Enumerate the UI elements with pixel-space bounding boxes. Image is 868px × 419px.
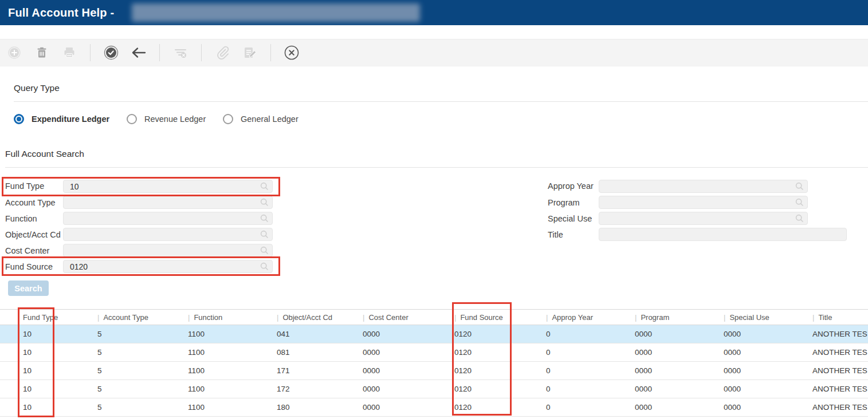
fund-type-input[interactable] — [63, 180, 273, 193]
add-button[interactable] — [7, 46, 21, 60]
col-header-program: |Program — [629, 313, 718, 322]
function-label: Function — [5, 214, 37, 223]
cell-title: ANOTHER TES — [807, 366, 868, 375]
col-header-approp-year: |Approp Year — [540, 313, 629, 322]
radio-revenue-ledger[interactable]: Revenue Ledger — [127, 114, 206, 124]
cell-title: ANOTHER TES — [807, 348, 868, 357]
close-circle-icon — [284, 45, 300, 61]
cell-fund-type: 10 — [17, 366, 92, 375]
title-input[interactable] — [599, 228, 847, 241]
cell-function: 1100 — [182, 403, 271, 412]
cell-object-acct-cd: 171 — [271, 366, 357, 375]
program-field-wrap — [599, 196, 808, 209]
edit-note-icon — [242, 45, 257, 60]
delete-button[interactable] — [35, 46, 49, 60]
cell-program: 0000 — [629, 348, 718, 357]
table-row[interactable]: 10 5 1100 081 0000 0120 0 0000 0000 ANOT… — [0, 343, 868, 362]
cost-center-input[interactable] — [63, 244, 273, 257]
cell-title: ANOTHER TES — [807, 403, 868, 412]
approp-year-field-wrap — [599, 180, 808, 193]
cost-center-label: Cost Center — [5, 246, 49, 255]
cell-fund-source: 0120 — [449, 348, 540, 357]
object-acct-cd-label: Object/Acct Cd — [5, 230, 61, 239]
col-header-function: |Function — [182, 313, 271, 322]
cell-function: 1100 — [182, 330, 271, 338]
trash-icon — [36, 46, 48, 59]
cell-fund-type: 10 — [17, 330, 92, 338]
filter-clear-icon — [173, 45, 188, 60]
toolbar — [0, 39, 868, 66]
program-input[interactable] — [599, 196, 808, 209]
function-field-wrap — [63, 212, 273, 225]
approp-year-input[interactable] — [599, 180, 808, 193]
fund-source-label: Fund Source — [5, 262, 53, 271]
attachments-button[interactable] — [215, 46, 229, 60]
cell-program: 0000 — [629, 330, 718, 338]
account-type-input[interactable] — [63, 196, 273, 209]
cell-account-type: 5 — [92, 366, 182, 375]
account-type-label: Account Type — [5, 198, 56, 207]
paperclip-icon — [215, 45, 230, 60]
cell-approp-year: 0 — [540, 348, 629, 357]
clear-filter-button[interactable] — [174, 46, 187, 60]
search-button[interactable]: Search — [8, 280, 49, 296]
special-use-label: Special Use — [548, 214, 592, 223]
cell-title: ANOTHER TES — [807, 385, 868, 393]
cell-special-use: 0000 — [718, 366, 807, 375]
cell-title: ANOTHER TES — [807, 330, 868, 338]
cell-fund-source: 0120 — [449, 366, 540, 375]
title-label: Title — [548, 230, 563, 239]
table-row[interactable]: 10 5 1100 172 0000 0120 0 0000 0000 ANOT… — [0, 380, 868, 398]
close-button[interactable] — [285, 46, 299, 60]
special-use-field-wrap — [599, 212, 808, 225]
radio-unselected-icon — [127, 114, 137, 124]
window-title: Full Account Help - — [0, 6, 114, 19]
cell-account-type: 5 — [92, 403, 182, 412]
table-row[interactable]: 10 5 1100 041 0000 0120 0 0000 0000 ANOT… — [0, 325, 868, 343]
toolbar-divider — [159, 44, 160, 61]
special-use-input[interactable] — [599, 212, 808, 225]
full-account-search-divider — [5, 167, 868, 168]
cell-cost-center: 0000 — [357, 330, 449, 338]
toolbar-divider — [90, 44, 91, 61]
confirm-button[interactable] — [104, 46, 118, 60]
cell-cost-center: 0000 — [357, 385, 449, 393]
cell-account-type: 5 — [92, 385, 182, 393]
cell-approp-year: 0 — [540, 330, 629, 338]
title-field-wrap — [599, 228, 847, 241]
redacted-title-text — [132, 3, 420, 22]
radio-expenditure-ledger[interactable]: Expenditure Ledger — [14, 114, 109, 124]
radio-general-ledger[interactable]: General Ledger — [223, 114, 299, 124]
window-title-bar: Full Account Help - — [0, 0, 868, 25]
cell-program: 0000 — [629, 403, 718, 412]
cell-account-type: 5 — [92, 330, 182, 338]
cell-fund-source: 0120 — [449, 385, 540, 393]
cell-object-acct-cd: 172 — [271, 385, 357, 393]
col-header-special-use: |Special Use — [718, 313, 807, 322]
col-header-cost-center: |Cost Center — [357, 313, 449, 322]
table-row[interactable]: 10 5 1100 171 0000 0120 0 0000 0000 ANOT… — [0, 362, 868, 380]
cell-object-acct-cd: 180 — [271, 403, 357, 412]
cell-special-use: 0000 — [718, 403, 807, 412]
back-button[interactable] — [132, 46, 146, 60]
account-type-field-wrap — [63, 196, 273, 209]
plus-circle-icon — [7, 46, 21, 60]
object-acct-cd-input[interactable] — [63, 228, 273, 241]
cell-function: 1100 — [182, 366, 271, 375]
cell-function: 1100 — [182, 348, 271, 357]
cell-special-use: 0000 — [718, 348, 807, 357]
col-header-object-acct-cd: |Object/Acct Cd — [271, 313, 357, 322]
cell-fund-source: 0120 — [449, 403, 540, 412]
cell-approp-year: 0 — [540, 403, 629, 412]
col-header-fund-source: |Fund Source — [449, 313, 540, 322]
print-button[interactable] — [62, 46, 76, 60]
col-header-account-type: |Account Type — [92, 313, 182, 322]
toolbar-divider — [201, 44, 202, 61]
cell-approp-year: 0 — [540, 366, 629, 375]
cell-fund-type: 10 — [17, 348, 92, 357]
table-row[interactable]: 10 5 1100 180 0000 0120 0 0000 0000 ANOT… — [0, 398, 868, 417]
cell-object-acct-cd: 041 — [271, 330, 357, 338]
function-input[interactable] — [63, 212, 273, 225]
notes-button[interactable] — [243, 46, 257, 60]
fund-source-input[interactable] — [63, 260, 273, 273]
